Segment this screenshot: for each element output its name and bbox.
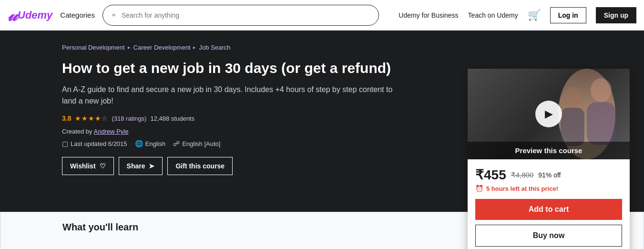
login-button[interactable]: Log in — [550, 7, 586, 23]
price-original: ₹4,800 — [511, 171, 534, 179]
signup-button[interactable]: Sign up — [596, 7, 636, 23]
last-updated: Last updated 6/2015 — [71, 140, 127, 147]
hero-section: Personal Development ▸ Career Developmen… — [0, 31, 644, 212]
captions-label: English [Auto] — [182, 140, 220, 147]
svg-point-2 — [564, 87, 581, 108]
buy-now-button[interactable]: Buy now — [475, 225, 622, 247]
teach-link[interactable]: Teach on Udemy — [468, 11, 518, 19]
breadcrumb-personal-dev[interactable]: Personal Development — [62, 44, 125, 51]
course-description: An A-Z guide to find and secure a new jo… — [62, 84, 400, 107]
cc-icon: ☍ — [173, 140, 180, 147]
star-2: ★ — [82, 114, 88, 122]
header: 𝓊 Udemy Categories ⚬ Udemy for Business … — [0, 0, 644, 31]
card-body: ₹455 ₹4,800 91% off ⏰ 5 hours left at th… — [468, 159, 630, 249]
hero-content: Personal Development ▸ Career Developmen… — [62, 44, 419, 198]
breadcrumb-job-search[interactable]: Job Search — [199, 44, 230, 51]
preview-area[interactable]: ▶ Preview this course — [468, 69, 630, 159]
star-rating: ★ ★ ★ ★ ☆ — [75, 114, 108, 122]
meta-language: 🌐 English — [135, 140, 166, 147]
search-icon: ⚬ — [111, 10, 117, 20]
actions-row: Wishlist ♡ Share ➤ Gift this course — [62, 157, 400, 175]
logo-text: Udemy — [18, 9, 52, 21]
search-bar: ⚬ — [102, 5, 379, 26]
breadcrumb-career-dev[interactable]: Career Development — [133, 44, 191, 51]
share-icon: ➤ — [149, 162, 154, 170]
svg-rect-3 — [561, 108, 584, 146]
header-right: Udemy for Business Teach on Udemy 🛒 Log … — [399, 7, 636, 23]
created-by-label: Created by — [62, 128, 92, 135]
categories-nav[interactable]: Categories — [60, 11, 95, 19]
logo[interactable]: 𝓊 Udemy — [8, 7, 52, 24]
price-current: ₹455 — [475, 167, 506, 183]
udemy-business-link[interactable]: Udemy for Business — [399, 11, 458, 19]
timer-row: ⏰ 5 hours left at this price! — [475, 185, 622, 192]
share-button[interactable]: Share ➤ — [119, 157, 163, 175]
star-3: ★ — [88, 114, 94, 122]
breadcrumb: Personal Development ▸ Career Developmen… — [62, 44, 400, 51]
instructor-link[interactable]: Andrew Pyle — [94, 128, 129, 135]
svg-point-0 — [591, 78, 612, 102]
timer-text: 5 hours left at this price! — [486, 185, 558, 192]
language-label: English — [145, 140, 166, 147]
calendar-icon: ▢ — [62, 140, 68, 147]
alarm-icon: ⏰ — [475, 185, 483, 192]
created-by-row: Created by Andrew Pyle — [62, 128, 400, 135]
star-5: ☆ — [102, 114, 108, 122]
wishlist-button[interactable]: Wishlist ♡ — [62, 157, 114, 175]
heart-icon: ♡ — [100, 162, 106, 170]
course-title: How to get a new job in 30 days (or get … — [62, 59, 400, 77]
meta-row: ▢ Last updated 6/2015 🌐 English ☍ Englis… — [62, 140, 400, 147]
meta-captions: ☍ English [Auto] — [173, 140, 220, 147]
star-1: ★ — [75, 114, 81, 122]
meta-updated: ▢ Last updated 6/2015 — [62, 140, 127, 147]
ratings-count: (318 ratings) — [112, 115, 146, 122]
gift-button[interactable]: Gift this course — [167, 157, 233, 175]
search-input[interactable] — [122, 11, 371, 19]
rating-row: 3.8 ★ ★ ★ ★ ☆ (318 ratings) 12,488 stude… — [62, 114, 400, 122]
svg-rect-1 — [587, 102, 615, 145]
star-4: ★ — [95, 114, 101, 122]
share-label: Share — [127, 162, 145, 170]
breadcrumb-sep-1: ▸ — [128, 44, 131, 51]
cart-icon[interactable]: 🛒 — [528, 9, 541, 21]
rating-number: 3.8 — [62, 114, 71, 122]
preview-label[interactable]: Preview this course — [468, 142, 630, 159]
play-button[interactable]: ▶ — [535, 101, 562, 127]
course-card: ▶ Preview this course ₹455 ₹4,800 91% of… — [468, 69, 630, 249]
add-to-cart-button[interactable]: Add to cart — [475, 199, 622, 220]
globe-icon: 🌐 — [135, 140, 143, 147]
wishlist-label: Wishlist — [70, 162, 96, 170]
breadcrumb-sep-2: ▸ — [193, 44, 196, 51]
discount-badge: 91% off — [538, 171, 561, 179]
students-count: 12,488 students — [150, 115, 194, 122]
price-row: ₹455 ₹4,800 91% off — [475, 167, 622, 183]
